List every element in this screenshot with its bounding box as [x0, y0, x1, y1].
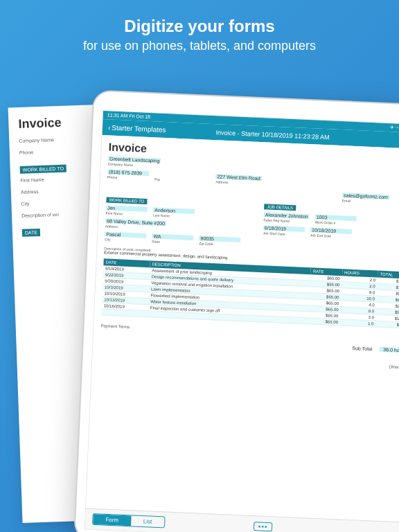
bg-section: WORK BILLED TO [20, 165, 67, 174]
app-title: Invoice - Starter 10/18/2019 11:23:28 AM [215, 129, 329, 141]
view-toggle: Form List [92, 513, 166, 529]
tab-list[interactable]: List [131, 515, 165, 527]
tab-form[interactable]: Form [93, 514, 131, 526]
subtotal-hours: 36.0 hours [379, 347, 399, 353]
billed-section-title: WORK BILLED TO [106, 197, 147, 204]
status-right: ✈ ⋯ ☾ 50% ▢ [389, 125, 399, 132]
line-items-table: DATE DESCRIPTION RATE HOURS TOTAL 9/18/2… [101, 258, 399, 328]
tablet-screen: 11:31 AM Fri Oct 18 ✈ ⋯ ☾ 50% ▢ ‹ Starte… [85, 111, 399, 532]
more-button[interactable]: ••• [254, 522, 273, 531]
status-left: 11:31 AM Fri Oct 18 [107, 112, 151, 120]
tablet-device: 11:31 AM Fri Oct 18 ✈ ⋯ ☾ 50% ▢ ‹ Starte… [73, 89, 399, 532]
back-label: Starter Templates [112, 124, 166, 134]
chevron-left-icon: ‹ [108, 123, 111, 131]
bg-section: DATE [22, 229, 41, 237]
invoice-document[interactable]: Invoice Greenbelt LandscapingCompany Nam… [86, 135, 399, 522]
hero-banner: Digitize your forms for use on phones, t… [0, 0, 399, 88]
job-section-title: JOB DETAILS [264, 204, 296, 211]
otherfees-label: Other Fees [100, 352, 399, 370]
subtotal-label: Sub Total [352, 346, 372, 351]
back-button[interactable]: ‹ Starter Templates [108, 123, 166, 134]
hero-title: Digitize your forms [14, 17, 385, 36]
hero-subtitle: for use on phones, tablets, and computer… [14, 39, 385, 53]
city[interactable]: Pascal [105, 231, 146, 238]
